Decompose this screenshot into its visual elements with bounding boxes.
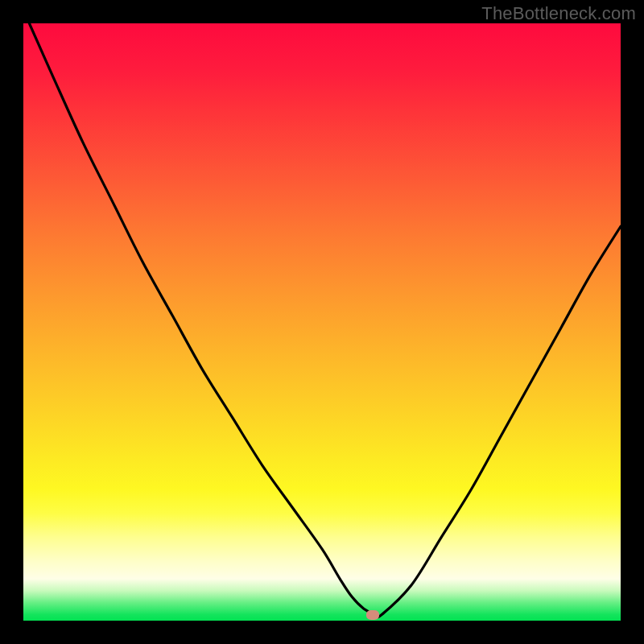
bottleneck-curve (23, 23, 621, 621)
plot-area (23, 23, 621, 621)
watermark-text: TheBottleneck.com (481, 3, 636, 24)
bottleneck-marker (366, 610, 379, 620)
chart-frame: TheBottleneck.com (0, 0, 644, 644)
